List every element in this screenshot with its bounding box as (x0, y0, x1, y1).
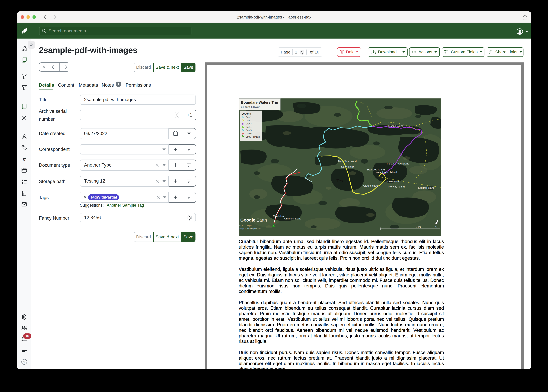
svg-text:Norway Island: Norway Island (389, 185, 405, 188)
svg-text:Mile Island: Mile Island (273, 215, 285, 218)
svg-text:3 mi: 3 mi (416, 226, 421, 228)
svg-text:Canoe Island: Canoe Island (363, 184, 378, 187)
svg-text:Day 4: Day 4 (246, 126, 252, 128)
svg-text:Half Dog Island: Half Dog Island (367, 168, 385, 171)
svg-text:Day 2: Day 2 (246, 119, 252, 122)
svg-text:Text: Text (336, 178, 345, 183)
svg-text:N: N (434, 225, 437, 229)
svg-text:Washington Island: Washington Island (376, 171, 397, 174)
svg-text:New York Island: New York Island (338, 160, 357, 163)
svg-text:Day 6: Day 6 (246, 132, 252, 135)
svg-text:Day 3: Day 3 (246, 122, 252, 125)
svg-text:© 2017 Google: © 2017 Google (239, 225, 252, 227)
svg-text:Entry Point 24: Entry Point 24 (246, 135, 260, 138)
svg-text:Day 1: Day 1 (246, 116, 252, 118)
svg-text:Boundary Waters Trip: Boundary Waters Trip (241, 100, 278, 105)
svg-text:Lincoln Island: Lincoln Island (384, 180, 400, 183)
svg-text:Google Earth: Google Earth (240, 218, 267, 223)
svg-text:Gary Island: Gary Island (341, 165, 354, 168)
svg-text:#: # (23, 156, 26, 162)
svg-text:Legend: Legend (242, 112, 251, 115)
svg-text:Indian Grave Island: Indian Grave Island (387, 162, 409, 165)
svg-text:Squirrel Island: Squirrel Island (418, 186, 434, 189)
svg-text:Image © 2017 DigitalGlobe: Image © 2017 DigitalGlobe (239, 228, 261, 230)
svg-text:Charlies Island: Charlies Island (284, 217, 301, 220)
svg-text:Hausons Island: Hausons Island (386, 125, 403, 127)
svg-text:Six days in BWCA: Six days in BWCA (241, 106, 260, 108)
svg-text:?: ? (23, 360, 25, 364)
svg-text:Day 5: Day 5 (246, 129, 252, 132)
